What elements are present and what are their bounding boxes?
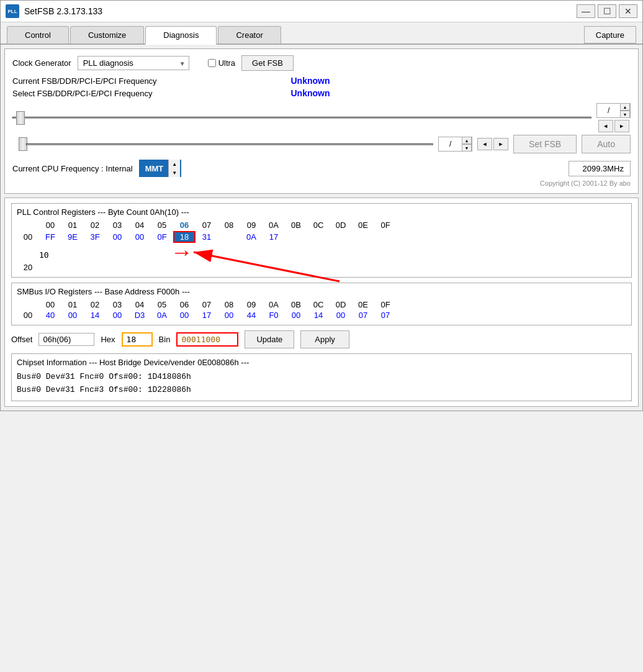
offset-label: Offset <box>11 335 32 344</box>
smbus-cell-17: 17 <box>196 311 218 320</box>
pll-section: PLL Control Registers --- Byte Count 0Ah… <box>11 203 632 278</box>
smbus-hdr-0f: 0F <box>374 300 397 309</box>
tab-customize[interactable]: Customize <box>70 26 144 43</box>
track-line-bottom <box>26 143 433 145</box>
top-slider-thumb[interactable] <box>16 111 25 125</box>
bottom-left-arrow[interactable]: ◄ <box>477 138 492 150</box>
bottom-slider-row: / ▲ ▼ ◄ ► Set FSB Auto <box>12 135 631 153</box>
smbus-hdr-0c: 0C <box>307 300 330 309</box>
smbus-hdr-02: 02 <box>84 300 106 309</box>
smbus-hdr-04: 04 <box>128 300 151 309</box>
top-counter-up[interactable]: ▲ <box>620 103 630 111</box>
top-counter-display: / ▲ ▼ <box>596 103 631 118</box>
top-right-arrow[interactable]: ► <box>614 120 629 132</box>
smbus-row-00: 00 40 00 14 00 D3 0A 00 17 00 44 F0 00 1… <box>17 311 626 320</box>
apply-button[interactable]: Apply <box>300 330 349 348</box>
top-slider-row: / ▲ ▼ ◄ ► <box>12 103 631 132</box>
hex-input[interactable] <box>122 332 153 347</box>
mmt-spinners: ▲ ▼ <box>168 160 180 177</box>
smbus-hdr-09: 09 <box>240 300 263 309</box>
smbus-hdr-07: 07 <box>196 300 218 309</box>
set-fsb-button[interactable]: Set FSB <box>513 135 577 153</box>
offset-input[interactable] <box>38 333 94 346</box>
bottom-counter-up[interactable]: ▲ <box>462 137 472 144</box>
smbus-cell-f0: F0 <box>263 311 285 320</box>
bottom-slider-track <box>26 135 433 153</box>
chipset-line1: Bus#0 Dev#31 Fnc#0 Ofs#00: 1D418086h <box>17 371 626 384</box>
smbus-cell-14b: 14 <box>307 311 330 320</box>
smbus-hdr-03: 03 <box>106 300 128 309</box>
top-counter-down[interactable]: ▼ <box>620 111 630 118</box>
smbus-cell-07b: 07 <box>374 311 397 320</box>
current-freq-value: Unknown <box>248 76 372 86</box>
mmt-up-arrow[interactable]: ▲ <box>169 160 180 168</box>
top-counter-value: / <box>597 106 620 115</box>
tab-creator[interactable]: Creator <box>218 26 281 43</box>
smbus-cell-03: 00 <box>106 311 128 320</box>
capture-button[interactable]: Capture <box>584 26 636 43</box>
offset-row: Offset Hex Bin Update Apply <box>11 330 632 348</box>
bottom-counter-spinners: ▲ ▼ <box>462 137 472 152</box>
tab-control[interactable]: Control <box>7 26 69 43</box>
smbus-cell-00d: 00 <box>285 311 307 320</box>
smbus-header-row: 00 01 02 03 04 05 06 07 08 09 0A 0B 0C 0… <box>17 300 626 309</box>
title-bar: PLL SetFSB 2.3.173.133 — ☐ ✕ <box>1 1 642 22</box>
top-horiz-arrows: ◄ ► <box>598 120 629 132</box>
ultra-checkbox[interactable] <box>208 59 216 67</box>
bottom-counter-value: / <box>439 140 462 148</box>
top-counter-spinners: ▲ ▼ <box>620 103 630 118</box>
chipset-line2: Bus#0 Dev#31 Fnc#3 Ofs#00: 1D228086h <box>17 384 626 397</box>
smbus-section: SMBus I/O Registers --- Base Address F00… <box>11 283 632 325</box>
smbus-cell-40: 40 <box>39 311 61 320</box>
select-freq-row: Select FSB/DDR/PCI-E/PCI Frequency Unkno… <box>12 88 631 98</box>
smbus-cell-0a: 0A <box>151 311 173 320</box>
top-left-arrow[interactable]: ◄ <box>598 120 613 132</box>
smbus-hdr-0b: 0B <box>285 300 307 309</box>
ultra-row: Ultra Get FSB <box>208 55 294 71</box>
smbus-cell-00b: 00 <box>173 311 196 320</box>
bin-input[interactable] <box>176 332 238 347</box>
current-freq-row: Current FSB/DDR/PCI-E/PCI Frequency Unkn… <box>12 76 631 86</box>
close-button[interactable]: ✕ <box>619 4 637 18</box>
top-slider-track <box>12 109 591 127</box>
smbus-hdr-0a: 0A <box>263 300 285 309</box>
chipset-title: Chipset Information --- Host Bridge Devi… <box>17 358 626 367</box>
bottom-counter-down[interactable]: ▼ <box>462 144 472 152</box>
get-fsb-button[interactable]: Get FSB <box>241 55 294 71</box>
current-freq-label: Current FSB/DDR/PCI-E/PCI Frequency <box>12 76 248 86</box>
bottom-counter-display: / ▲ ▼ <box>438 137 472 152</box>
tab-bar: Control Customize Diagnosis Creator Capt… <box>1 22 642 45</box>
smbus-hdr-00: 00 <box>39 300 61 309</box>
smbus-row-label-00: 00 <box>17 311 39 320</box>
smbus-cell-44: 44 <box>240 311 263 320</box>
update-button[interactable]: Update <box>245 330 294 348</box>
smbus-hdr-05: 05 <box>151 300 173 309</box>
bottom-right-arrow[interactable]: ► <box>493 138 508 150</box>
hex-label: Hex <box>101 335 115 344</box>
mmt-box: MMT ▲ ▼ <box>139 160 182 177</box>
smbus-cell-01: 00 <box>61 311 84 320</box>
bottom-horiz-arrows: ◄ ► <box>477 138 508 150</box>
auto-button[interactable]: Auto <box>582 135 631 153</box>
smbus-cell-d3: D3 <box>128 311 151 320</box>
clock-gen-select[interactable]: PLL diagnosis <box>78 56 189 70</box>
chipset-section: Chipset Information --- Host Bridge Devi… <box>11 353 632 401</box>
select-freq-label: Select FSB/DDR/PCI-E/PCI Frequency <box>12 89 248 98</box>
clock-generator-row: Clock Generator PLL diagnosis ▼ Ultra Ge… <box>12 55 631 71</box>
chipset-content: Bus#0 Dev#31 Fnc#0 Ofs#00: 1D418086h Bus… <box>17 371 626 397</box>
select-freq-value: Unknown <box>248 88 372 98</box>
cpu-freq-value: 2099.3MHz <box>569 161 631 176</box>
maximize-button[interactable]: ☐ <box>598 4 616 18</box>
window-controls: — ☐ ✕ <box>577 4 637 18</box>
track-line-top <box>12 117 591 119</box>
smbus-cell-14: 14 <box>84 311 106 320</box>
mmt-down-arrow[interactable]: ▼ <box>169 168 180 177</box>
svg-line-1 <box>194 252 339 281</box>
smbus-hdr-08: 08 <box>218 300 240 309</box>
smbus-hdr-0e: 0E <box>352 300 374 309</box>
minimize-button[interactable]: — <box>577 4 595 18</box>
arrow-container: → 10 <box>17 244 626 275</box>
top-panel: Clock Generator PLL diagnosis ▼ Ultra Ge… <box>4 48 639 194</box>
main-window: PLL SetFSB 2.3.173.133 — ☐ ✕ Control Cus… <box>0 0 643 411</box>
tab-diagnosis[interactable]: Diagnosis <box>145 26 217 45</box>
